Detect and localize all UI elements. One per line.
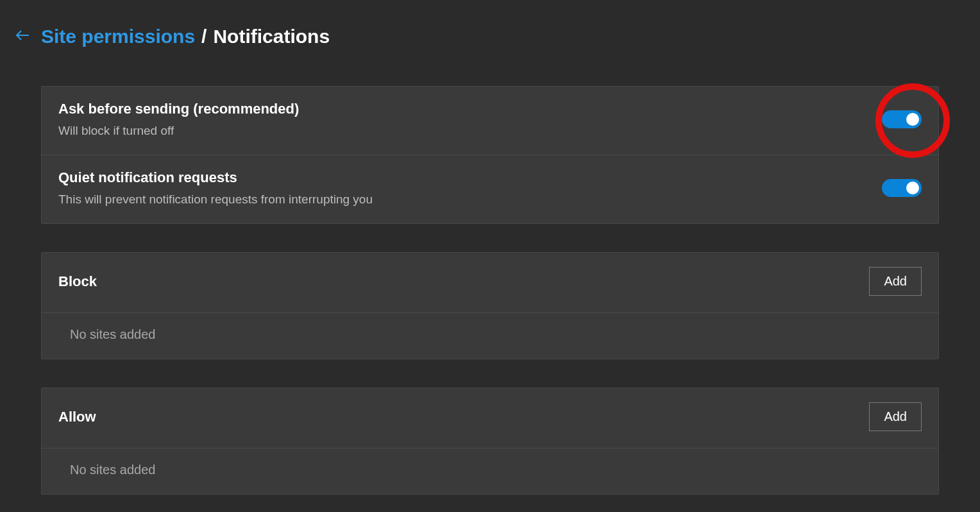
allow-header: Allow Add (42, 388, 938, 448)
setting-quiet-requests: Quiet notification requests This will pr… (42, 155, 938, 223)
toggle-quiet-requests[interactable] (882, 179, 922, 197)
allow-add-button[interactable]: Add (869, 402, 922, 431)
breadcrumb-separator: / (201, 26, 207, 47)
block-empty-text: No sites added (70, 327, 155, 342)
block-add-button[interactable]: Add (869, 267, 922, 296)
setting-ask-before-sending: Ask before sending (recommended) Will bl… (42, 87, 938, 155)
block-panel: Block Add No sites added (41, 252, 939, 359)
block-header: Block Add (42, 253, 938, 313)
block-empty-row: No sites added (42, 313, 938, 359)
allow-title: Allow (58, 409, 96, 425)
breadcrumb-parent-link[interactable]: Site permissions (41, 26, 195, 47)
setting-title: Quiet notification requests (58, 169, 373, 186)
setting-title: Ask before sending (recommended) (58, 101, 299, 117)
toggle-knob (906, 113, 919, 126)
allow-panel: Allow Add No sites added (41, 388, 939, 495)
arrow-left-icon (15, 28, 30, 46)
breadcrumb-current: Notifications (213, 26, 330, 47)
block-title: Block (58, 273, 97, 290)
setting-description: Will block if turned off (58, 124, 299, 138)
allow-empty-text: No sites added (70, 463, 155, 477)
toggle-knob (906, 182, 919, 194)
toggle-ask-before-sending[interactable] (882, 110, 922, 128)
back-button[interactable] (13, 27, 32, 46)
breadcrumb: Site permissions / Notifications (0, 26, 980, 47)
allow-empty-row: No sites added (42, 448, 938, 494)
settings-panel: Ask before sending (recommended) Will bl… (41, 86, 939, 224)
setting-description: This will prevent notification requests … (58, 192, 373, 207)
